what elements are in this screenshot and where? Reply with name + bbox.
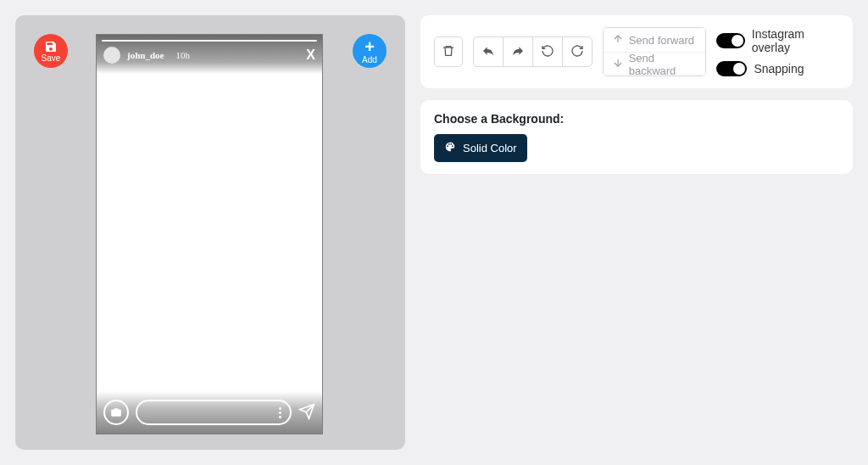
toolbar-card: Send forward Send backward Instagram ove… bbox=[420, 15, 853, 88]
story-timestamp: 10h bbox=[175, 50, 190, 60]
instagram-overlay-toggle[interactable] bbox=[716, 33, 744, 48]
toggles-group: Instagram overlay Snapping bbox=[716, 27, 839, 76]
camera-icon bbox=[103, 400, 129, 425]
send-backward-button[interactable]: Send backward bbox=[604, 52, 706, 76]
send-forward-label: Send forward bbox=[629, 34, 694, 47]
send-icon bbox=[298, 403, 315, 423]
undo-button[interactable] bbox=[532, 36, 563, 67]
redo-arrow-button[interactable] bbox=[503, 36, 533, 67]
layer-order-group: Send forward Send backward bbox=[603, 27, 707, 76]
story-username: john_doe bbox=[127, 50, 164, 60]
background-title: Choose a Background: bbox=[434, 112, 839, 126]
more-vertical-icon bbox=[279, 407, 281, 418]
reply-pill bbox=[136, 400, 292, 425]
arrow-up-icon bbox=[612, 33, 624, 48]
solid-color-button[interactable]: Solid Color bbox=[434, 134, 527, 162]
save-icon bbox=[44, 40, 58, 53]
delete-button[interactable] bbox=[434, 36, 463, 67]
undo-arrow-button[interactable] bbox=[473, 36, 504, 67]
story-avatar bbox=[103, 47, 120, 64]
forward-arrow-icon bbox=[511, 44, 525, 60]
save-button-label: Save bbox=[42, 54, 61, 63]
story-progress-bar bbox=[102, 40, 317, 42]
instagram-overlay-label: Instagram overlay bbox=[752, 27, 839, 54]
save-button[interactable]: Save bbox=[34, 34, 68, 68]
solid-color-label: Solid Color bbox=[463, 142, 517, 154]
story-overlay-top: john_doe 10h X bbox=[97, 35, 322, 74]
reply-arrow-icon bbox=[481, 44, 495, 60]
snapping-label: Snapping bbox=[754, 62, 804, 76]
add-button[interactable]: + Add bbox=[353, 34, 387, 68]
plus-icon: + bbox=[364, 38, 375, 55]
palette-icon bbox=[444, 141, 456, 155]
background-card: Choose a Background: Solid Color bbox=[420, 100, 853, 174]
snapping-toggle[interactable] bbox=[716, 61, 747, 76]
story-overlay-bottom bbox=[97, 391, 322, 434]
history-group bbox=[473, 36, 593, 67]
undo-icon bbox=[541, 44, 554, 60]
story-close-icon: X bbox=[306, 48, 315, 63]
story-canvas[interactable]: john_doe 10h X bbox=[96, 34, 323, 434]
add-button-label: Add bbox=[362, 56, 377, 64]
send-backward-label: Send backward bbox=[629, 52, 698, 77]
send-forward-button[interactable]: Send forward bbox=[604, 28, 706, 52]
trash-icon bbox=[442, 44, 455, 60]
canvas-panel: Save + Add john_doe 10h X bbox=[15, 15, 405, 450]
redo-icon bbox=[570, 44, 584, 60]
arrow-down-icon bbox=[612, 57, 624, 71]
redo-button[interactable] bbox=[562, 36, 593, 67]
